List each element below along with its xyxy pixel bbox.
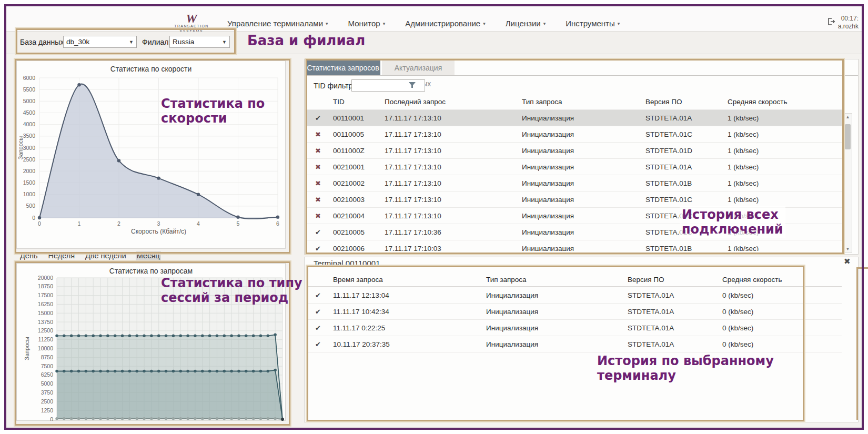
svg-text:18750: 18750 (38, 283, 53, 289)
svg-text:5500: 5500 (23, 86, 36, 93)
svg-text:3000: 3000 (23, 145, 36, 151)
svg-text:0: 0 (32, 215, 35, 221)
svg-text:0: 0 (38, 220, 41, 227)
tab-data-actualization[interactable]: Актуализация данных (382, 60, 455, 76)
status-icon: ✔ (315, 245, 333, 251)
annotation-speed: Статистика по скорости (161, 96, 265, 126)
svg-text:1250: 1250 (41, 407, 54, 413)
status-icon: ✖ (315, 163, 333, 171)
svg-text:12500: 12500 (38, 327, 53, 334)
col-last-request: Последний запрос (385, 98, 522, 106)
svg-text:4: 4 (197, 220, 200, 227)
svg-text:3: 3 (157, 220, 160, 227)
col-sw-version: Версия ПО (628, 276, 722, 284)
logout-icon[interactable] (827, 17, 835, 28)
close-icon[interactable]: ✖ (844, 257, 851, 266)
table-row[interactable]: ✖ 00210003 17.11.17 17:13:10 Инициализац… (306, 191, 842, 208)
tid-filter-label: TID фильтр (314, 82, 352, 90)
app-window: W TRANSACTION SYSTEMS Управление термина… (0, 0, 868, 434)
status-icon: ✔ (315, 228, 333, 236)
svg-text:0: 0 (50, 416, 53, 421)
table-row[interactable]: ✖ 00210002 17.11.17 17:13:10 Инициализац… (306, 175, 842, 191)
terminal-table-header: Время запроса Тип запроса Версия ПО Сред… (306, 272, 842, 287)
svg-text:Запросы: Запросы (24, 337, 30, 360)
svg-text:2500: 2500 (23, 156, 36, 163)
status-icon: ✖ (315, 179, 333, 187)
tabs-divider (305, 75, 858, 76)
svg-text:4000: 4000 (23, 121, 36, 127)
svg-text:5000: 5000 (41, 380, 54, 387)
svg-text:11250: 11250 (38, 336, 54, 342)
chevron-down-icon: ▾ (543, 21, 546, 26)
table-row[interactable]: ✔ 11.11.17 12:13:04 Инициализация STDTET… (306, 287, 842, 304)
status-icon: ✖ (315, 147, 333, 155)
annotation-db: База и филиал (247, 33, 365, 49)
chevron-down-icon: ▾ (618, 21, 620, 26)
status-icon: ✖ (315, 212, 333, 220)
vertical-scrollbar[interactable]: ▲ ▼ (843, 113, 852, 253)
period-tab[interactable]: Неделя (47, 251, 76, 261)
scrollbar-thumb[interactable] (845, 124, 851, 149)
tab-request-statistics[interactable]: Статистика запросов (306, 60, 380, 76)
nav-menu-item[interactable]: Лицензии ▾ (506, 19, 546, 28)
svg-text:6250: 6250 (41, 371, 54, 378)
logo-line1: TRANSACTION (170, 24, 213, 29)
col-avg-speed: Средняя скорость (728, 98, 842, 106)
branch-select[interactable]: Russia ▼ (169, 36, 230, 48)
annotation-history-all: История всех подключений (680, 206, 785, 238)
col-request-type: Тип запроса (486, 276, 628, 284)
svg-text:15000: 15000 (38, 310, 53, 316)
svg-text:10000: 10000 (38, 345, 53, 351)
chevron-down-icon: ▼ (222, 39, 227, 45)
top-navbar: W TRANSACTION SYSTEMS Управление термина… (6, 6, 862, 32)
requests-table-header: TID Последний запрос Тип запроса Версия … (306, 95, 842, 109)
svg-text:7500: 7500 (41, 363, 54, 369)
table-row[interactable]: ✔ 00110001 17.11.17 17:13:10 Инициализац… (306, 110, 842, 126)
svg-text:2000: 2000 (23, 168, 36, 174)
col-tid: TID (333, 98, 385, 106)
svg-text:17500: 17500 (38, 292, 53, 298)
nav-menu-item[interactable]: Администрирование ▾ (405, 19, 486, 28)
status-icon: ✔ (315, 324, 333, 332)
period-tab[interactable]: День (19, 251, 38, 261)
period-tab[interactable]: Две недели (84, 251, 127, 261)
table-row[interactable]: ✔ 11.11.17 0:22:25 Инициализация STDTETA… (306, 320, 842, 336)
svg-text:Скорость (Кбайт/с): Скорость (Кбайт/с) (131, 228, 186, 235)
table-row[interactable]: ✔ 10.11.17 20:37:35 Инициализация STDTET… (306, 336, 842, 352)
chevron-down-icon: ▾ (483, 21, 486, 26)
table-row[interactable]: ✔ 00210006 17.11.17 17:10:03 Инициализац… (306, 240, 842, 251)
nav-menu-item[interactable]: Инструменты ▾ (566, 19, 620, 28)
table-row[interactable]: ✖ 00110005 17.11.17 17:13:10 Инициализац… (306, 126, 842, 143)
status-icon: ✔ (315, 114, 333, 122)
terminal-table-body: ✔ 11.11.17 12:13:04 Инициализация STDTET… (306, 287, 842, 352)
status-icon: ✖ (315, 130, 333, 138)
col-request-type: Тип запроса (522, 98, 645, 106)
chevron-down-icon: ▾ (383, 21, 386, 26)
nav-menu-item[interactable]: Управление терминалами ▾ (227, 19, 328, 28)
svg-text:500: 500 (26, 203, 35, 209)
scroll-up-icon[interactable]: ▲ (844, 115, 852, 119)
svg-text:16250: 16250 (38, 301, 53, 307)
svg-text:2500: 2500 (41, 398, 54, 405)
filter-funnel-icon[interactable] (408, 81, 416, 91)
table-row[interactable]: ✔ 11.11.17 10:42:34 Инициализация STDTET… (306, 304, 842, 320)
database-select[interactable]: db_30k ▼ (63, 36, 137, 48)
status-icon: ✖ (315, 196, 333, 204)
chevron-down-icon: ▾ (326, 21, 328, 26)
company-logo: W TRANSACTION SYSTEMS (170, 13, 213, 34)
scroll-down-icon[interactable]: ▼ (844, 247, 852, 251)
svg-text:2: 2 (117, 220, 120, 227)
svg-text:1000: 1000 (23, 191, 36, 197)
col-request-time: Время запроса (333, 276, 486, 284)
table-row[interactable]: ✖ 00210001 17.11.17 17:13:10 Инициализац… (306, 159, 842, 175)
svg-text:Запросы: Запросы (17, 136, 24, 159)
annotation-history-terminal: История по выбранному терминалу (597, 354, 774, 383)
svg-text:4500: 4500 (23, 109, 36, 116)
period-tab[interactable]: Месяц (136, 251, 161, 261)
svg-text:13750: 13750 (38, 319, 53, 325)
svg-text:5: 5 (237, 220, 240, 227)
chevron-down-icon: ▼ (129, 39, 134, 45)
svg-text:6: 6 (276, 220, 279, 227)
nav-menu-item[interactable]: Монитор ▾ (348, 19, 386, 28)
table-row[interactable]: ✖ 0011000Z 17.11.17 17:13:10 Инициализац… (306, 143, 842, 159)
